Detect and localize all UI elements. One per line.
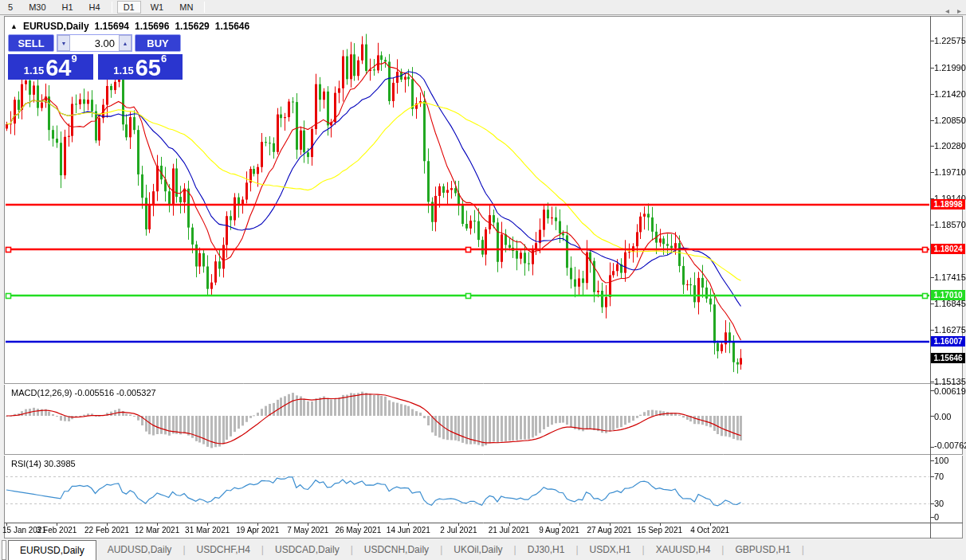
price-axis-label: 1.22575 — [934, 36, 966, 45]
tab-ukoil-daily[interactable]: UKOil,Daily — [442, 539, 513, 560]
tab-dj30-h1[interactable]: DJ30,H1 — [516, 539, 576, 560]
chart-canvas[interactable] — [0, 0, 966, 560]
date-axis-label: 3 Feb 2021 — [37, 526, 77, 535]
macd-axis-label: 0.006193 — [934, 386, 966, 396]
ohlc-close: 1.15646 — [215, 21, 249, 32]
tab-usdx-h1[interactable]: USDX,H1 — [579, 539, 642, 560]
tab-stub — [2, 540, 6, 560]
date-axis-label: 22 Feb 2021 — [84, 526, 129, 535]
volume-stepper: ▼ 3.00 ▲ — [57, 34, 132, 52]
volume-decrease-button[interactable]: ▼ — [57, 35, 70, 51]
price-axis-label: 1.21420 — [934, 89, 966, 99]
rsi-indicator-label: RSI(14) 30.3985 — [11, 459, 76, 468]
date-axis-label: 19 Apr 2021 — [236, 526, 279, 535]
macd-axis-label: 0.00 — [934, 412, 951, 421]
mt4-terminal: 5M30H1H4D1W1MN ▲ EURUSD,Daily 1.15694 1.… — [0, 0, 966, 560]
hline-price-label: 1.17010 — [931, 290, 965, 300]
rsi-axis-label: 30 — [934, 499, 944, 508]
tab-eurusd-daily[interactable]: EURUSD,Daily — [8, 540, 96, 560]
price-axis-label: 1.17415 — [934, 272, 966, 282]
rsi-axis-label: 100 — [934, 456, 948, 465]
sell-price-point: 9 — [71, 54, 77, 64]
date-axis-label: 12 Mar 2021 — [135, 526, 179, 535]
date-axis-label: 31 Mar 2021 — [185, 526, 230, 535]
ohlc-low: 1.15629 — [175, 21, 209, 32]
one-click-trading-panel: SELL ▼ 3.00 ▲ BUY 1.15 64 9 1.15 65 6 — [8, 34, 183, 80]
ohlc-high: 1.15696 — [135, 21, 169, 32]
hline-price-label: 1.16007 — [931, 336, 965, 347]
hline-price-label: 1.18024 — [931, 244, 965, 254]
sell-price-display[interactable]: 1.15 64 9 — [8, 54, 93, 80]
date-axis-label: 4 Oct 2021 — [690, 526, 729, 535]
chart-tab-bar: EURUSD,DailyAUDUSD,Daily|USDCHF,H4|USDCA… — [0, 539, 966, 560]
chart-info-line: ▲ EURUSD,Daily 1.15694 1.15696 1.15629 1… — [10, 21, 249, 32]
buy-price-point: 6 — [161, 54, 167, 64]
date-axis-label: 21 Jul 2021 — [489, 526, 530, 535]
date-axis-label: 2 Jul 2021 — [440, 526, 477, 535]
tab-audusd-daily[interactable]: AUDUSD,Daily — [96, 539, 183, 560]
tab-xauusd-h4[interactable]: XAUUSD,H4 — [645, 539, 722, 560]
date-axis-label: 14 Jun 2021 — [387, 526, 430, 535]
tab-separator: | — [802, 539, 804, 560]
date-axis-label: 7 May 2021 — [287, 526, 328, 535]
date-axis-label: 26 May 2021 — [335, 526, 381, 535]
date-axis-label: 27 Aug 2021 — [587, 526, 632, 535]
tab-gbpusd-h1[interactable]: GBPUSD,H1 — [724, 539, 801, 560]
price-axis-label: 1.18570 — [934, 220, 966, 229]
chart-symbol-label: EURUSD,Daily — [23, 21, 89, 32]
price-axis-label: 1.15135 — [934, 377, 966, 386]
macd-indicator-label: MACD(12,26,9) -0.005516 -0.005327 — [11, 388, 156, 397]
price-axis-label: 1.19710 — [934, 167, 966, 177]
tab-usdcnh-daily[interactable]: USDCNH,Daily — [353, 539, 440, 560]
buy-price-prefix: 1.15 — [113, 63, 133, 78]
rsi-axis-label: 0 — [934, 512, 939, 522]
macd-axis-label: -0.007621 — [934, 441, 966, 450]
tab-scroll-left-icon[interactable]: ◂ — [945, 6, 949, 15]
price-axis-label: 1.16275 — [934, 325, 966, 335]
hline-price-label: 1.18998 — [931, 199, 965, 210]
tab-usdcad-daily[interactable]: USDCAD,Daily — [264, 539, 351, 560]
tab-usdchf-h4[interactable]: USDCHF,H4 — [186, 539, 261, 560]
price-axis-label: 1.20280 — [934, 141, 966, 151]
tab-scroll-arrows: ◂ ▸ — [945, 6, 961, 15]
date-axis-label: 9 Aug 2021 — [539, 526, 579, 535]
buy-button[interactable]: BUY — [135, 34, 181, 52]
date-axis-label: 15 Sep 2021 — [637, 526, 682, 535]
price-axis-label: 1.20850 — [934, 116, 966, 125]
sell-price-pips: 64 — [45, 57, 71, 78]
collapse-panel-icon[interactable]: ▲ — [10, 22, 18, 30]
tab-scroll-right-icon[interactable]: ▸ — [957, 6, 961, 15]
buy-price-pips: 65 — [135, 57, 161, 78]
sell-price-prefix: 1.15 — [24, 63, 44, 78]
current-price-label: 1.15646 — [931, 353, 965, 363]
volume-increase-button[interactable]: ▲ — [119, 35, 132, 51]
rsi-axis-label: 70 — [934, 472, 944, 481]
price-axis-label: 1.21990 — [934, 63, 966, 72]
sell-button[interactable]: SELL — [8, 34, 54, 52]
buy-price-display[interactable]: 1.15 65 6 — [98, 54, 183, 80]
volume-input[interactable]: 3.00 — [70, 35, 119, 51]
ohlc-open: 1.15694 — [95, 21, 129, 32]
